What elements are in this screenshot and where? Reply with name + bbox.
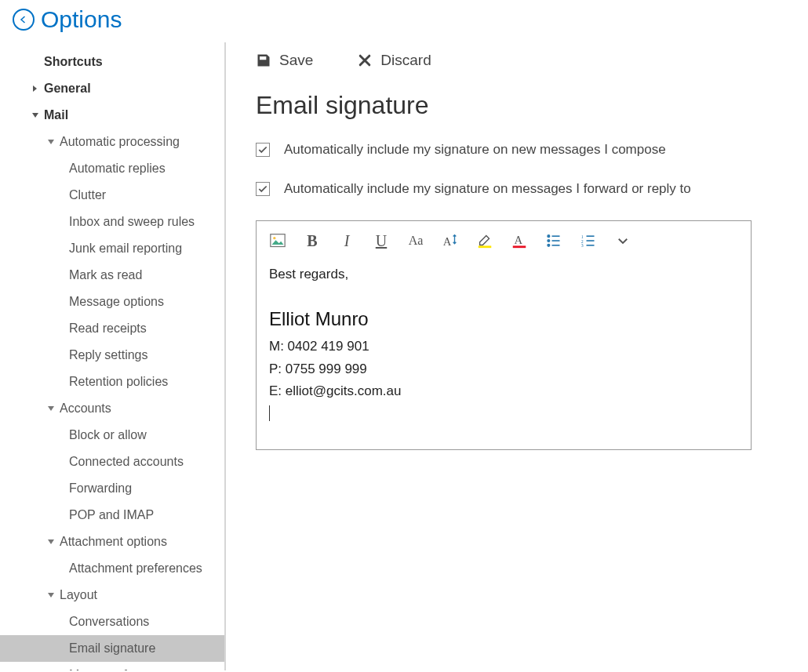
caret-down-icon [47, 591, 55, 599]
svg-point-1 [273, 237, 275, 239]
content-heading: Email signature [256, 91, 784, 120]
nav-label: Reply settings [69, 346, 148, 365]
chevron-down-icon [616, 234, 630, 248]
nav-label: Inbox and sweep rules [69, 212, 195, 231]
nav-inbox-sweep[interactable]: Inbox and sweep rules [0, 209, 224, 235]
nav-block-allow[interactable]: Block or allow [0, 422, 224, 449]
font-color-icon: A [511, 232, 528, 249]
caret-down-icon [31, 111, 39, 119]
nav-label: Attachment preferences [69, 559, 202, 578]
nav-label: General [44, 79, 91, 98]
nav-label: Message format [69, 666, 159, 670]
nav-clutter[interactable]: Clutter [0, 182, 224, 209]
back-arrow-icon [19, 15, 28, 24]
nav-label: Mark as read [69, 266, 142, 285]
nav-connected-accounts[interactable]: Connected accounts [0, 449, 224, 475]
nav-label: Message options [69, 292, 164, 311]
signature-cursor-line [269, 403, 738, 426]
nav-mark-as-read[interactable]: Mark as read [0, 262, 224, 289]
page-title: Options [41, 6, 122, 33]
signature-name: Elliot Munro [269, 303, 738, 336]
signature-email: E: elliot@gcits.com.au [269, 380, 738, 403]
save-label: Save [279, 52, 313, 69]
nav-reply-settings[interactable]: Reply settings [0, 342, 224, 369]
nav-label: Email signature [69, 639, 155, 658]
nav-label: Read receipts [69, 319, 147, 338]
svg-point-8 [548, 240, 550, 242]
discard-button[interactable]: Discard [357, 52, 431, 69]
nav-layout[interactable]: Layout [0, 582, 224, 608]
back-button[interactable] [13, 9, 35, 31]
nav-message-options[interactable]: Message options [0, 289, 224, 315]
nav-label: Retention policies [69, 372, 168, 391]
image-icon [269, 233, 286, 249]
nav-label: Block or allow [69, 426, 147, 445]
bold-button[interactable]: B [304, 232, 321, 249]
nav-retention[interactable]: Retention policies [0, 369, 224, 395]
nav-label: Clutter [69, 186, 106, 205]
save-icon [256, 53, 271, 68]
insert-image-button[interactable] [269, 232, 286, 249]
nav-auto-processing[interactable]: Automatic processing [0, 129, 224, 155]
italic-button[interactable]: I [338, 232, 355, 249]
underline-button[interactable]: U [373, 232, 390, 249]
checkbox-include-reply[interactable] [256, 182, 270, 196]
svg-text:A: A [515, 234, 523, 246]
checkbox-include-new[interactable] [256, 143, 270, 157]
number-list-button[interactable]: 1 2 3 [580, 232, 597, 249]
save-button[interactable]: Save [256, 52, 313, 69]
nav-label: POP and IMAP [69, 506, 154, 525]
font-icon: A [442, 232, 459, 249]
checkbox-row-new: Automatically include my signature on ne… [256, 142, 784, 158]
font-button[interactable]: A [442, 232, 459, 249]
editor-toolbar: B I U Aa A A [257, 221, 751, 260]
signature-textarea[interactable]: Best regards, Elliot Munro M: 0402 419 9… [257, 260, 751, 449]
svg-point-10 [548, 245, 550, 247]
nav-email-signature[interactable]: Email signature [0, 635, 224, 662]
nav-attachment-prefs[interactable]: Attachment preferences [0, 555, 224, 582]
more-formatting-button[interactable] [614, 232, 631, 249]
signature-greeting: Best regards, [269, 263, 738, 286]
nav-general[interactable]: General [0, 75, 224, 102]
checkbox-label: Automatically include my signature on ne… [284, 142, 666, 158]
nav-label: Shortcuts [44, 53, 103, 71]
svg-rect-0 [271, 234, 285, 247]
svg-rect-5 [513, 245, 526, 248]
svg-rect-3 [479, 245, 492, 248]
nav-pop-imap[interactable]: POP and IMAP [0, 502, 224, 529]
caret-down-icon [47, 138, 55, 146]
nav-junk-email[interactable]: Junk email reporting [0, 235, 224, 262]
nav-label: Accounts [60, 399, 111, 418]
nav-automatic-replies[interactable]: Automatic replies [0, 155, 224, 182]
nav-attachment-options[interactable]: Attachment options [0, 529, 224, 555]
svg-text:A: A [443, 235, 452, 248]
discard-label: Discard [380, 52, 431, 69]
caret-right-icon [31, 85, 39, 93]
nav-read-receipts[interactable]: Read receipts [0, 315, 224, 342]
svg-text:3: 3 [581, 243, 584, 248]
nav-label: Layout [60, 586, 97, 605]
close-icon [357, 53, 373, 68]
nav-shortcuts[interactable]: Shortcuts [0, 49, 224, 75]
number-list-icon: 1 2 3 [581, 233, 596, 249]
check-icon [257, 183, 268, 194]
nav-label: Automatic replies [69, 159, 166, 178]
nav-accounts[interactable]: Accounts [0, 395, 224, 422]
caret-down-icon [47, 538, 55, 546]
checkbox-label: Automatically include my signature on me… [284, 181, 691, 197]
header: Options [0, 0, 808, 42]
signature-editor: B I U Aa A A [256, 220, 752, 450]
nav-label: Mail [44, 106, 68, 125]
font-size-button[interactable]: Aa [407, 232, 424, 249]
nav-forwarding[interactable]: Forwarding [0, 475, 224, 502]
checkbox-row-reply: Automatically include my signature on me… [256, 181, 784, 197]
nav-mail[interactable]: Mail [0, 102, 224, 129]
nav-label: Automatic processing [60, 133, 180, 151]
nav-message-format[interactable]: Message format [0, 662, 224, 670]
font-color-button[interactable]: A [511, 232, 528, 249]
bullet-list-button[interactable] [545, 232, 562, 249]
highlight-button[interactable] [476, 232, 493, 249]
nav-label: Junk email reporting [69, 239, 182, 258]
action-bar: Save Discard [256, 52, 784, 91]
nav-conversations[interactable]: Conversations [0, 608, 224, 635]
